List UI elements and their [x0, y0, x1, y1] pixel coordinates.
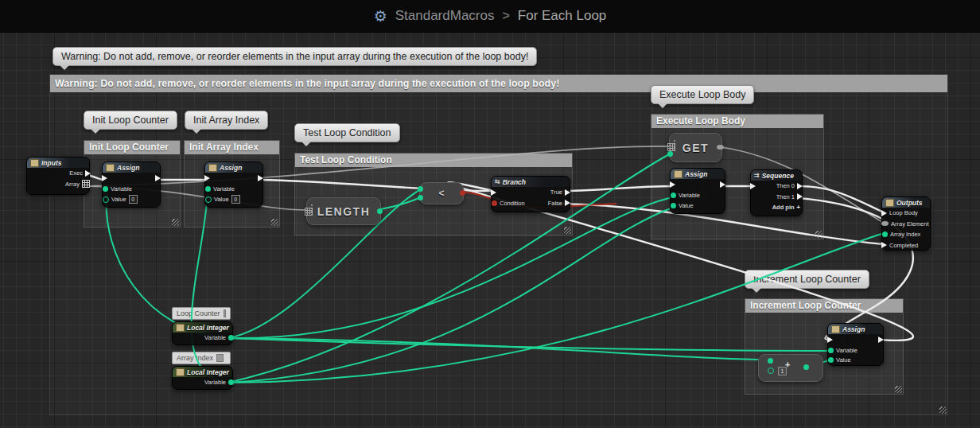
bool-output-pin[interactable]	[460, 190, 465, 196]
exec-input-pin[interactable]	[750, 183, 756, 189]
node-local-int-counter[interactable]: Local Integer Variable	[172, 321, 233, 345]
array-index-pin[interactable]	[882, 232, 888, 237]
value-pin[interactable]	[671, 203, 676, 208]
node-outputs[interactable]: Outputs Loop Body Array Element Array In…	[881, 196, 931, 251]
pin-label: Variable	[204, 334, 226, 341]
add-pin-button[interactable]: +	[797, 204, 800, 211]
exec-output-pin[interactable]	[85, 170, 91, 177]
exec-input-pin[interactable]	[102, 175, 107, 181]
value-literal[interactable]: 0	[129, 195, 138, 204]
node-title: Assign	[220, 164, 242, 172]
pin-label: Array Element	[891, 220, 929, 228]
exec-input-pin[interactable]	[491, 189, 496, 196]
variable-output-pin[interactable]	[228, 335, 234, 340]
add-pin-label: Add pin	[772, 204, 795, 211]
exec-input-pin[interactable]	[827, 337, 833, 343]
node-branch[interactable]: ⇆Branch True ConditionFalse	[491, 176, 570, 212]
exec-output-pin[interactable]	[878, 337, 884, 343]
node-increment-add[interactable]: 1 +	[758, 354, 823, 382]
blueprint-canvas[interactable]: Warning: Do not add, remove, or reorder …	[0, 0, 980, 428]
variable-pin[interactable]	[205, 186, 211, 192]
wire-index-to-assign3-value[interactable]	[228, 208, 673, 383]
then0-output-pin[interactable]	[797, 183, 803, 189]
graph-title-bar: ⚙ StandardMacros > For Each Loop	[0, 0, 980, 33]
pin-label: Value	[214, 196, 229, 203]
node-label: <	[438, 188, 444, 199]
int-output-pin[interactable]	[803, 364, 809, 370]
false-output-pin[interactable]	[565, 200, 570, 206]
value-pin[interactable]	[103, 196, 109, 203]
node-local-int-index[interactable]: Local Integer Variable	[172, 366, 233, 390]
pin-label: Then 1	[776, 193, 795, 200]
node-length[interactable]: LENGTH	[306, 197, 381, 225]
true-output-pin[interactable]	[565, 189, 570, 196]
exec-output-pin[interactable]	[720, 181, 725, 188]
pin-label: False	[548, 200, 562, 207]
node-sequence[interactable]: ⇉Sequence Then 0 Then 1 Add pin+	[750, 169, 803, 216]
int-literal-pin[interactable]	[768, 368, 774, 374]
graph-title[interactable]: For Each Loop	[518, 8, 607, 24]
loop-body-exec-pin[interactable]	[881, 210, 887, 216]
pin-label: Variable	[836, 347, 858, 354]
array-output-pin[interactable]	[82, 180, 90, 188]
wire-counter-to-assign3-variable[interactable]	[228, 197, 673, 338]
array-input-pin[interactable]	[667, 143, 675, 151]
int-input-a-pin[interactable]	[418, 186, 423, 192]
breadcrumb-separator-icon: >	[502, 9, 509, 23]
node-title: Assign	[685, 170, 707, 178]
variable-output-pin[interactable]	[228, 379, 234, 385]
pin-label: Value	[111, 196, 126, 203]
pin-label: Exec	[69, 169, 83, 177]
element-output-pin[interactable]	[717, 145, 724, 150]
exec-output-pin[interactable]	[155, 175, 161, 181]
macro-icon	[30, 159, 39, 167]
node-title: Local Integer	[187, 368, 229, 376]
pin-label: True	[550, 189, 562, 196]
node-inputs[interactable]: Inputs Exec Array	[26, 157, 90, 195]
pin-label: Variable	[213, 185, 235, 193]
pin-label: Array	[65, 181, 80, 188]
sequence-icon: ⇉	[754, 172, 760, 179]
plus-icon: +	[785, 360, 790, 369]
node-assign-init-index[interactable]: Assign Variable Value0	[204, 161, 263, 208]
node-assign-init-counter[interactable]: Assign Variable Value0	[102, 161, 161, 208]
exec-input-pin[interactable]	[670, 181, 675, 188]
macro-icon	[106, 164, 115, 172]
variable-icon	[176, 324, 185, 332]
index-input-pin[interactable]	[667, 151, 673, 157]
breadcrumb-root[interactable]: StandardMacros	[395, 8, 495, 24]
macro-icon	[885, 199, 894, 207]
array-element-pin[interactable]	[881, 221, 889, 226]
variable-pin[interactable]	[103, 186, 108, 192]
condition-pin[interactable]	[492, 200, 497, 206]
wire-index-to-assign2[interactable]	[192, 193, 228, 383]
node-title: Branch	[503, 178, 526, 186]
exec-input-pin[interactable]	[204, 175, 210, 181]
macro-icon	[674, 170, 682, 178]
value-pin[interactable]	[205, 196, 212, 203]
node-get[interactable]: GET	[669, 133, 722, 162]
pin-label: Loop Body	[889, 209, 918, 216]
node-assign-increment[interactable]: Assign Variable Value	[827, 323, 884, 366]
wire-counter-to-assign1[interactable]	[107, 193, 228, 338]
variable-pin[interactable]	[828, 348, 834, 353]
pin-label: Value	[679, 202, 694, 209]
int-input-b-pin[interactable]	[418, 195, 423, 200]
then1-output-pin[interactable]	[797, 193, 803, 200]
value-literal[interactable]: 0	[231, 195, 240, 204]
node-less-than[interactable]: <	[419, 182, 464, 204]
node-assign-set-index[interactable]: Assign Variable Value	[670, 168, 725, 214]
array-input-pin[interactable]	[305, 208, 313, 216]
completed-exec-pin[interactable]	[881, 242, 887, 248]
pin-label: Value	[836, 356, 851, 364]
exec-output-pin[interactable]	[258, 175, 263, 181]
int-input-pin[interactable]	[768, 358, 773, 364]
variable-pin[interactable]	[671, 193, 676, 198]
node-title: Assign	[842, 325, 865, 333]
node-title: Outputs	[896, 199, 923, 207]
node-label: LENGTH	[317, 205, 371, 218]
macro-icon	[831, 325, 840, 333]
value-pin[interactable]	[828, 357, 834, 363]
pin-label: Completed	[889, 242, 918, 249]
int-output-pin[interactable]	[377, 208, 383, 214]
